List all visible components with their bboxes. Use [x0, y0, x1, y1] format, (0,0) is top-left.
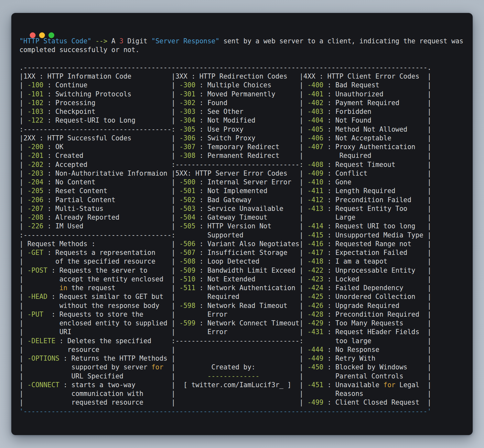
terminal-line: | -101 : Switching Protocols | -301 : Mo…	[19, 90, 466, 99]
terminal-line: | -103 : Checkpoint | -303 : See Other |…	[19, 107, 466, 116]
terminal-line: | -HEAD : Request similar to GET but | R…	[19, 292, 466, 301]
terminal-line: | -GET : Requests a representation | -50…	[19, 248, 466, 257]
terminal-line: | -226 : IM Used | -505 : HTTP Version N…	[19, 222, 466, 231]
terminal-line: | of the specified resource | -508 : Loo…	[19, 257, 466, 266]
terminal-line: | -201 : Created | -308 : Permanent Redi…	[19, 151, 466, 160]
terminal-line: :-------------------------------------: …	[19, 125, 466, 134]
terminal-line: "HTTP Status Code" --> A 3 Digit "Server…	[19, 37, 466, 46]
terminal-line: |2XX : HTTP Successful Codes | -306 : Sw…	[19, 134, 466, 143]
terminal-line: | -DELETE : Deletes the specified :-----…	[19, 337, 466, 345]
terminal-line: | -207 : Multi-Status | -503 : Service U…	[19, 204, 466, 213]
terminal-line: | -206 : Partial Content | -502 : Bad Ga…	[19, 196, 466, 204]
terminal-line: | in the request | -511 : Network Authen…	[19, 284, 466, 292]
terminal-line: completed successfully or not.	[19, 46, 466, 54]
titlebar[interactable]	[11, 13, 473, 32]
desktop: { "palette":{ "d":"#d3d5d7", "g":"#a6bf5…	[0, 0, 484, 448]
terminal-line: .---------------------------------------…	[19, 63, 466, 72]
terminal-line: '---------------------------------------…	[19, 407, 466, 416]
terminal-line: | -205 : Reset Content | -501 : Not Impl…	[19, 187, 466, 195]
terminal-line: | -200 : OK | -307 : Temporary Redirect …	[19, 143, 466, 151]
terminal-line: |1XX : HTTP Information Code |3XX : HTTP…	[19, 72, 466, 81]
terminal-line: | -OPTIONS : Returns the HTTP Methods | …	[19, 354, 466, 363]
terminal-line: | -102 : Processing | -302 : Found | -40…	[19, 99, 466, 107]
terminal-output: "HTTP Status Code" --> A 3 Digit "Server…	[19, 37, 466, 429]
terminal-line: | -100 : Continue | -300 : Multiple Choi…	[19, 81, 466, 90]
terminal-line: | accept the entity enclosed | -510 : No…	[19, 275, 466, 284]
terminal-window: "HTTP Status Code" --> A 3 Digit "Server…	[11, 13, 473, 435]
terminal-line: | supported by server for | Created by: …	[19, 363, 466, 372]
terminal-line: | -122 : Request-URI too Long | -304 : N…	[19, 116, 466, 125]
terminal-line: | -204 : No Content | -500 : Internal Se…	[19, 178, 466, 187]
terminal-line: | -203 : Non-Authoritative Informaion |5…	[19, 169, 466, 178]
terminal-line: | URI | Error | -431 : Request HEader Fi…	[19, 328, 466, 336]
terminal-line: | without the response body | -598 : Net…	[19, 301, 466, 310]
terminal-line: | resource | | -444 : No Response |	[19, 345, 466, 354]
terminal-line: | requested resource | | -499 : Client C…	[19, 398, 466, 407]
terminal-line: | enclosed entity to supplied | -599 : N…	[19, 319, 466, 328]
terminal-line: | URL Specified | ------------- | Parent…	[19, 372, 466, 381]
terminal-line: | -CONNECT : starts a two-way | [ twitte…	[19, 381, 466, 389]
terminal-line: | -PUT : Requests to store the | Error |…	[19, 310, 466, 319]
terminal-line: | -202 : Accepted :---------------------…	[19, 160, 466, 169]
terminal-line: | communication with | | Reasons |	[19, 389, 466, 398]
terminal-line	[19, 55, 466, 63]
terminal-line: | Request Methods : | -506 : Variant Als…	[19, 240, 466, 248]
terminal-line: | -208 : Already Reported | -504 : Gatew…	[19, 213, 466, 222]
terminal-line: :-------------------------------------: …	[19, 231, 466, 240]
terminal-line: | -POST : Requests the server to | -509 …	[19, 266, 466, 275]
